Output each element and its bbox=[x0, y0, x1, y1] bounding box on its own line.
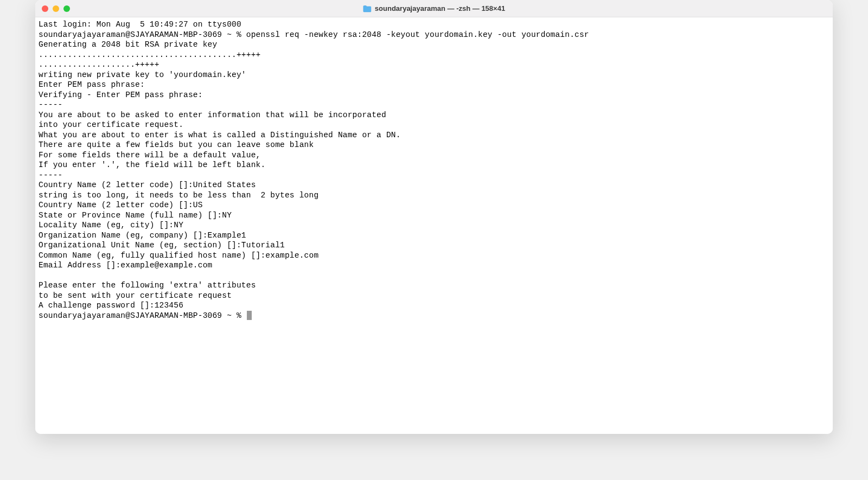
terminal-line: What you are about to enter is what is c… bbox=[39, 130, 829, 140]
terminal-line: A challenge password []:123456 bbox=[39, 300, 829, 311]
terminal-line: You are about to be asked to enter infor… bbox=[39, 110, 829, 120]
terminal-line: State or Province Name (full name) []:NY bbox=[39, 210, 829, 221]
terminal-line: Country Name (2 letter code) []:US bbox=[39, 200, 829, 210]
terminal-line: Organizational Unit Name (eg, section) [… bbox=[39, 240, 829, 251]
terminal-line: Verifying - Enter PEM pass phrase: bbox=[39, 90, 829, 100]
terminal-line: writing new private key to 'yourdomain.k… bbox=[39, 70, 829, 80]
terminal-line: into your certificate request. bbox=[39, 120, 829, 130]
terminal-line: ....................+++++ bbox=[39, 60, 829, 70]
cursor bbox=[247, 311, 252, 320]
terminal-line: For some fields there will be a default … bbox=[39, 150, 829, 161]
terminal-body[interactable]: Last login: Mon Aug 5 10:49:27 on ttys00… bbox=[35, 17, 833, 434]
terminal-line: ----- bbox=[39, 170, 829, 181]
terminal-line: Locality Name (eg, city) []:NY bbox=[39, 220, 829, 231]
terminal-line: Generating a 2048 bit RSA private key bbox=[39, 40, 829, 50]
maximize-button[interactable] bbox=[63, 5, 70, 12]
window-title-text: soundaryajayaraman — -zsh — 158×41 bbox=[375, 4, 505, 12]
window-title: soundaryajayaraman — -zsh — 158×41 bbox=[363, 4, 505, 12]
minimize-button[interactable] bbox=[53, 5, 59, 12]
terminal-line: Country Name (2 letter code) []:United S… bbox=[39, 180, 829, 190]
terminal-prompt-line: soundaryajayaraman@SJAYARAMAN-MBP-3069 ~… bbox=[39, 311, 829, 321]
terminal-line: If you enter '.', the field will be left… bbox=[39, 160, 829, 170]
terminal-line: Enter PEM pass phrase: bbox=[39, 80, 829, 90]
terminal-line: Please enter the following 'extra' attri… bbox=[39, 280, 829, 291]
traffic-lights bbox=[42, 5, 70, 12]
terminal-prompt: soundaryajayaraman@SJAYARAMAN-MBP-3069 ~… bbox=[39, 311, 246, 320]
terminal-line: Last login: Mon Aug 5 10:49:27 on ttys00… bbox=[39, 20, 829, 30]
terminal-window: soundaryajayaraman — -zsh — 158×41 Last … bbox=[35, 0, 833, 434]
folder-icon bbox=[363, 5, 372, 12]
terminal-line: ----- bbox=[39, 100, 829, 110]
terminal-line: soundaryajayaraman@SJAYARAMAN-MBP-3069 ~… bbox=[39, 30, 829, 40]
close-button[interactable] bbox=[42, 5, 48, 12]
titlebar[interactable]: soundaryajayaraman — -zsh — 158×41 bbox=[35, 0, 833, 17]
terminal-line: to be sent with your certificate request bbox=[39, 291, 829, 301]
terminal-line: string is too long, it needs to be less … bbox=[39, 190, 829, 201]
terminal-line: There are quite a few fields but you can… bbox=[39, 140, 829, 150]
terminal-line: Email Address []:example@example.com bbox=[39, 260, 829, 271]
terminal-line: ........................................… bbox=[39, 50, 829, 60]
terminal-line: Organization Name (eg, company) []:Examp… bbox=[39, 231, 829, 241]
terminal-line: Common Name (eg, fully qualified host na… bbox=[39, 251, 829, 261]
terminal-line bbox=[39, 271, 829, 281]
